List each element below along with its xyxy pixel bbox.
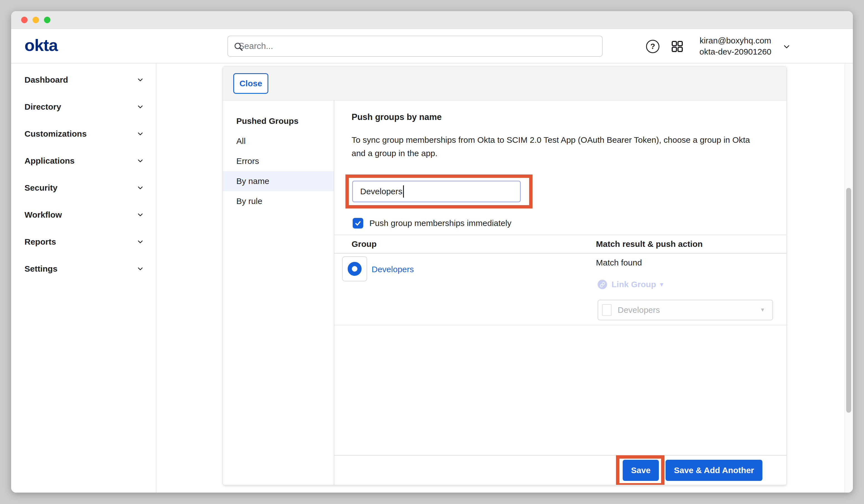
chevron-down-icon bbox=[136, 103, 144, 111]
pushed-groups-title: Pushed Groups bbox=[223, 111, 334, 131]
link-icon bbox=[598, 280, 607, 289]
chevron-down-icon bbox=[136, 130, 144, 138]
traffic-lights bbox=[21, 17, 50, 23]
nav-item-by-name[interactable]: By name bbox=[223, 171, 334, 191]
account-email: kiran@boxyhq.com bbox=[691, 35, 780, 46]
save-add-another-button[interactable]: Save & Add Another bbox=[665, 460, 763, 481]
account-menu[interactable]: kiran@boxyhq.com okta-dev-20901260 bbox=[691, 35, 780, 57]
search-input[interactable] bbox=[233, 36, 602, 56]
app-header: okta ? kiran@boxyhq.com okta-dev-2090126… bbox=[11, 29, 853, 63]
sidebar-item-directory[interactable]: Directory bbox=[11, 93, 156, 120]
chevron-down-icon bbox=[136, 157, 144, 165]
account-org: okta-dev-20901260 bbox=[691, 46, 780, 57]
global-search bbox=[227, 36, 603, 57]
apps-grid-icon[interactable] bbox=[671, 40, 684, 53]
push-groups-dialog: Close Pushed Groups All Errors By name B… bbox=[223, 66, 787, 485]
search-icon bbox=[233, 42, 243, 52]
chevron-down-icon bbox=[136, 265, 144, 273]
chevron-down-icon bbox=[136, 76, 144, 84]
scrollbar-track[interactable] bbox=[844, 63, 852, 493]
dialog-header: Close bbox=[223, 67, 786, 100]
window-titlebar bbox=[11, 11, 853, 29]
sidebar-item-applications[interactable]: Applications bbox=[11, 147, 156, 174]
sidebar-item-label: Dashboard bbox=[24, 75, 68, 85]
close-button[interactable]: Close bbox=[233, 73, 268, 94]
okta-group-icon bbox=[348, 262, 362, 276]
target-group-select[interactable]: Developers ▾ bbox=[598, 300, 773, 320]
table-header: Group Match result & push action bbox=[334, 235, 786, 253]
sidebar-item-label: Directory bbox=[24, 102, 61, 111]
group-placeholder-icon bbox=[602, 304, 612, 316]
caret-down-icon: ▾ bbox=[660, 280, 663, 288]
chevron-down-icon bbox=[136, 184, 144, 192]
window-zoom-button[interactable] bbox=[44, 17, 50, 23]
sidebar-item-label: Customizations bbox=[24, 129, 86, 139]
match-result-text: Match found bbox=[596, 258, 786, 267]
text-cursor bbox=[403, 185, 404, 197]
column-header-group: Group bbox=[351, 239, 596, 249]
sidebar-item-label: Settings bbox=[24, 264, 57, 274]
sidebar-item-label: Security bbox=[24, 183, 57, 193]
scrollbar-thumb[interactable] bbox=[846, 188, 851, 413]
pushed-groups-nav: Pushed Groups All Errors By name By rule bbox=[223, 100, 334, 485]
chevron-down-icon bbox=[782, 42, 791, 51]
push-immediately-label: Push group memberships immediately bbox=[369, 218, 511, 228]
dialog-footer: Save Save & Add Another bbox=[334, 455, 786, 485]
table-row: Developers Match found bbox=[334, 253, 786, 325]
checkmark-icon bbox=[354, 219, 362, 227]
target-group-value: Developers bbox=[618, 305, 660, 315]
nav-item-all[interactable]: All bbox=[223, 131, 334, 151]
save-button[interactable]: Save bbox=[623, 460, 659, 481]
window-close-button[interactable] bbox=[21, 17, 27, 23]
sidebar-nav: Dashboard Directory Customizations Appli… bbox=[11, 63, 156, 493]
sidebar-item-reports[interactable]: Reports bbox=[11, 228, 156, 255]
chevron-down-icon bbox=[136, 211, 144, 219]
nav-item-errors[interactable]: Errors bbox=[223, 151, 334, 171]
caret-down-icon: ▾ bbox=[761, 306, 764, 313]
push-immediately-checkbox[interactable] bbox=[353, 218, 363, 228]
sidebar-item-label: Workflow bbox=[24, 210, 62, 219]
help-icon[interactable]: ? bbox=[646, 40, 659, 53]
sidebar-item-label: Reports bbox=[24, 237, 56, 247]
group-name-link[interactable]: Developers bbox=[372, 256, 414, 283]
sidebar-item-workflow[interactable]: Workflow bbox=[11, 201, 156, 228]
panel-title: Push groups by name bbox=[351, 112, 764, 122]
link-group-button[interactable]: Link Group ▾ bbox=[598, 280, 786, 289]
group-avatar bbox=[342, 256, 367, 281]
panel-description: To sync group memberships from Okta to S… bbox=[351, 133, 764, 160]
sidebar-item-security[interactable]: Security bbox=[11, 174, 156, 201]
group-name-input[interactable]: Developers bbox=[352, 181, 521, 202]
sidebar-item-customizations[interactable]: Customizations bbox=[11, 120, 156, 147]
link-group-label: Link Group bbox=[612, 280, 656, 289]
okta-logo[interactable]: okta bbox=[24, 36, 58, 55]
push-by-name-panel: Push groups by name To sync group member… bbox=[334, 100, 786, 485]
sidebar-item-dashboard[interactable]: Dashboard bbox=[11, 66, 156, 93]
sidebar-item-label: Applications bbox=[24, 156, 75, 166]
nav-item-by-rule[interactable]: By rule bbox=[223, 191, 334, 211]
window-minimize-button[interactable] bbox=[33, 17, 39, 23]
chevron-down-icon bbox=[136, 238, 144, 246]
group-name-input-value: Developers bbox=[360, 187, 403, 196]
sidebar-item-settings[interactable]: Settings bbox=[11, 255, 156, 282]
column-header-match: Match result & push action bbox=[596, 239, 786, 249]
content-area: Close Pushed Groups All Errors By name B… bbox=[156, 63, 853, 493]
macos-window: okta ? kiran@boxyhq.com okta-dev-2090126… bbox=[11, 11, 853, 493]
